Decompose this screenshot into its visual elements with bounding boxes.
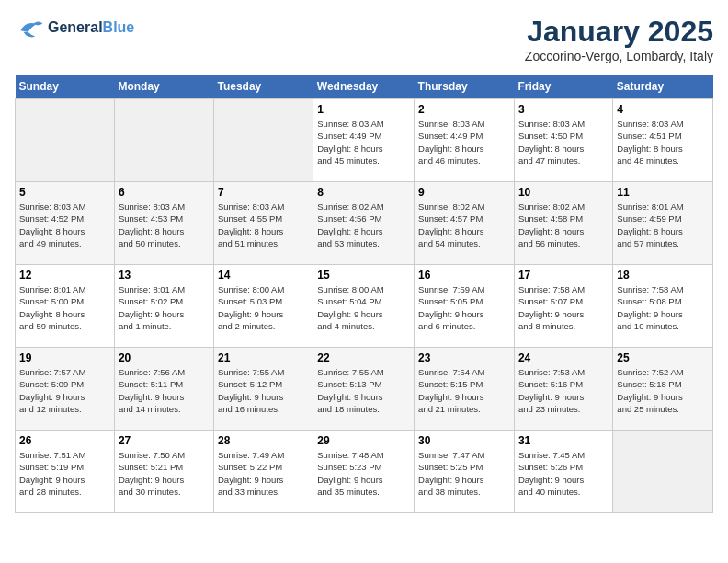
day-number: 29 <box>317 434 410 447</box>
day-number: 23 <box>418 351 510 364</box>
page-header: GeneralBlue January 2025 Zoccorino-Vergo… <box>15 15 713 63</box>
day-number: 8 <box>317 186 410 199</box>
day-number: 20 <box>119 351 210 364</box>
day-number: 6 <box>119 186 210 199</box>
day-number: 2 <box>418 103 510 116</box>
day-info: Sunrise: 7:50 AM Sunset: 5:21 PM Dayligh… <box>119 449 210 498</box>
day-info: Sunrise: 7:48 AM Sunset: 5:23 PM Dayligh… <box>317 449 410 498</box>
day-number: 31 <box>518 434 609 447</box>
day-info: Sunrise: 7:57 AM Sunset: 5:09 PM Dayligh… <box>19 366 110 415</box>
calendar-cell: 11Sunrise: 8:01 AM Sunset: 4:59 PM Dayli… <box>613 182 713 265</box>
day-number: 28 <box>218 434 309 447</box>
day-number: 18 <box>617 269 709 282</box>
calendar-cell: 20Sunrise: 7:56 AM Sunset: 5:11 PM Dayli… <box>114 348 213 431</box>
calendar-cell: 8Sunrise: 8:02 AM Sunset: 4:56 PM Daylig… <box>313 182 415 265</box>
day-number: 16 <box>418 269 510 282</box>
day-number: 25 <box>617 351 709 364</box>
day-info: Sunrise: 8:03 AM Sunset: 4:49 PM Dayligh… <box>317 118 410 167</box>
calendar-cell: 28Sunrise: 7:49 AM Sunset: 5:22 PM Dayli… <box>214 431 313 513</box>
calendar-cell: 25Sunrise: 7:52 AM Sunset: 5:18 PM Dayli… <box>613 348 713 431</box>
day-number: 21 <box>218 351 309 364</box>
calendar-cell: 6Sunrise: 8:03 AM Sunset: 4:53 PM Daylig… <box>114 182 213 265</box>
day-number: 24 <box>518 351 609 364</box>
weekday-header: Saturday <box>613 75 713 99</box>
calendar-week-row: 26Sunrise: 7:51 AM Sunset: 5:19 PM Dayli… <box>16 431 713 513</box>
day-number: 9 <box>418 186 510 199</box>
day-info: Sunrise: 8:01 AM Sunset: 5:02 PM Dayligh… <box>119 283 210 332</box>
day-info: Sunrise: 8:02 AM Sunset: 4:57 PM Dayligh… <box>418 201 510 249</box>
day-number: 1 <box>317 103 410 116</box>
day-info: Sunrise: 7:47 AM Sunset: 5:25 PM Dayligh… <box>418 449 510 498</box>
day-info: Sunrise: 8:03 AM Sunset: 4:52 PM Dayligh… <box>19 201 110 249</box>
calendar-cell: 17Sunrise: 7:58 AM Sunset: 5:07 PM Dayli… <box>514 265 612 348</box>
logo: GeneralBlue <box>15 15 134 40</box>
calendar-cell: 24Sunrise: 7:53 AM Sunset: 5:16 PM Dayli… <box>514 348 612 431</box>
title-area: January 2025 Zoccorino-Vergo, Lombardy, … <box>525 15 713 63</box>
calendar-cell: 31Sunrise: 7:45 AM Sunset: 5:26 PM Dayli… <box>514 431 612 513</box>
calendar-cell: 5Sunrise: 8:03 AM Sunset: 4:52 PM Daylig… <box>16 182 115 265</box>
weekday-header: Monday <box>114 75 213 99</box>
day-number: 26 <box>19 434 110 447</box>
calendar-cell: 7Sunrise: 8:03 AM Sunset: 4:55 PM Daylig… <box>214 182 313 265</box>
calendar-cell <box>613 431 713 513</box>
day-info: Sunrise: 7:52 AM Sunset: 5:18 PM Dayligh… <box>617 366 709 415</box>
day-number: 4 <box>617 103 709 116</box>
day-number: 22 <box>317 351 410 364</box>
calendar-table: SundayMondayTuesdayWednesdayThursdayFrid… <box>15 75 713 513</box>
weekday-header: Thursday <box>415 75 515 99</box>
weekday-header-row: SundayMondayTuesdayWednesdayThursdayFrid… <box>16 75 713 99</box>
calendar-cell: 21Sunrise: 7:55 AM Sunset: 5:12 PM Dayli… <box>214 348 313 431</box>
logo-text: GeneralBlue <box>48 19 134 36</box>
day-number: 30 <box>418 434 510 447</box>
calendar-cell: 14Sunrise: 8:00 AM Sunset: 5:03 PM Dayli… <box>214 265 313 348</box>
calendar-cell: 4Sunrise: 8:03 AM Sunset: 4:51 PM Daylig… <box>613 99 713 182</box>
day-info: Sunrise: 8:03 AM Sunset: 4:50 PM Dayligh… <box>518 118 609 167</box>
day-info: Sunrise: 7:56 AM Sunset: 5:11 PM Dayligh… <box>119 366 210 415</box>
day-info: Sunrise: 8:03 AM Sunset: 4:55 PM Dayligh… <box>218 201 309 249</box>
day-number: 11 <box>617 186 709 199</box>
calendar-cell: 15Sunrise: 8:00 AM Sunset: 5:04 PM Dayli… <box>313 265 415 348</box>
calendar-cell: 23Sunrise: 7:54 AM Sunset: 5:15 PM Dayli… <box>415 348 515 431</box>
day-number: 19 <box>19 351 110 364</box>
day-number: 27 <box>119 434 210 447</box>
day-info: Sunrise: 7:49 AM Sunset: 5:22 PM Dayligh… <box>218 449 309 498</box>
day-info: Sunrise: 8:03 AM Sunset: 4:51 PM Dayligh… <box>617 118 709 167</box>
day-info: Sunrise: 8:00 AM Sunset: 5:04 PM Dayligh… <box>317 283 410 332</box>
day-info: Sunrise: 7:45 AM Sunset: 5:26 PM Dayligh… <box>518 449 609 498</box>
day-info: Sunrise: 7:55 AM Sunset: 5:12 PM Dayligh… <box>218 366 309 415</box>
weekday-header: Sunday <box>16 75 115 99</box>
logo-icon <box>15 15 44 40</box>
calendar-cell: 10Sunrise: 8:02 AM Sunset: 4:58 PM Dayli… <box>514 182 612 265</box>
calendar-cell: 3Sunrise: 8:03 AM Sunset: 4:50 PM Daylig… <box>514 99 612 182</box>
day-number: 12 <box>19 269 110 282</box>
calendar-cell: 9Sunrise: 8:02 AM Sunset: 4:57 PM Daylig… <box>415 182 515 265</box>
calendar-week-row: 5Sunrise: 8:03 AM Sunset: 4:52 PM Daylig… <box>16 182 713 265</box>
day-number: 10 <box>518 186 609 199</box>
calendar-cell: 26Sunrise: 7:51 AM Sunset: 5:19 PM Dayli… <box>16 431 115 513</box>
calendar-cell: 30Sunrise: 7:47 AM Sunset: 5:25 PM Dayli… <box>415 431 515 513</box>
day-info: Sunrise: 7:58 AM Sunset: 5:08 PM Dayligh… <box>617 283 709 332</box>
day-number: 7 <box>218 186 309 199</box>
weekday-header: Tuesday <box>214 75 313 99</box>
calendar-cell: 29Sunrise: 7:48 AM Sunset: 5:23 PM Dayli… <box>313 431 415 513</box>
calendar-cell: 12Sunrise: 8:01 AM Sunset: 5:00 PM Dayli… <box>16 265 115 348</box>
calendar-week-row: 19Sunrise: 7:57 AM Sunset: 5:09 PM Dayli… <box>16 348 713 431</box>
day-number: 15 <box>317 269 410 282</box>
day-number: 13 <box>119 269 210 282</box>
weekday-header: Friday <box>514 75 612 99</box>
month-title: January 2025 <box>525 15 713 49</box>
day-info: Sunrise: 8:01 AM Sunset: 4:59 PM Dayligh… <box>617 201 709 249</box>
weekday-header: Wednesday <box>313 75 415 99</box>
calendar-cell: 18Sunrise: 7:58 AM Sunset: 5:08 PM Dayli… <box>613 265 713 348</box>
calendar-week-row: 12Sunrise: 8:01 AM Sunset: 5:00 PM Dayli… <box>16 265 713 348</box>
calendar-cell: 1Sunrise: 8:03 AM Sunset: 4:49 PM Daylig… <box>313 99 415 182</box>
calendar-week-row: 1Sunrise: 8:03 AM Sunset: 4:49 PM Daylig… <box>16 99 713 182</box>
day-number: 14 <box>218 269 309 282</box>
calendar-cell <box>214 99 313 182</box>
day-number: 17 <box>518 269 609 282</box>
calendar-cell: 16Sunrise: 7:59 AM Sunset: 5:05 PM Dayli… <box>415 265 515 348</box>
calendar-cell: 19Sunrise: 7:57 AM Sunset: 5:09 PM Dayli… <box>16 348 115 431</box>
day-info: Sunrise: 7:58 AM Sunset: 5:07 PM Dayligh… <box>518 283 609 332</box>
location: Zoccorino-Vergo, Lombardy, Italy <box>525 49 713 63</box>
calendar-cell: 22Sunrise: 7:55 AM Sunset: 5:13 PM Dayli… <box>313 348 415 431</box>
